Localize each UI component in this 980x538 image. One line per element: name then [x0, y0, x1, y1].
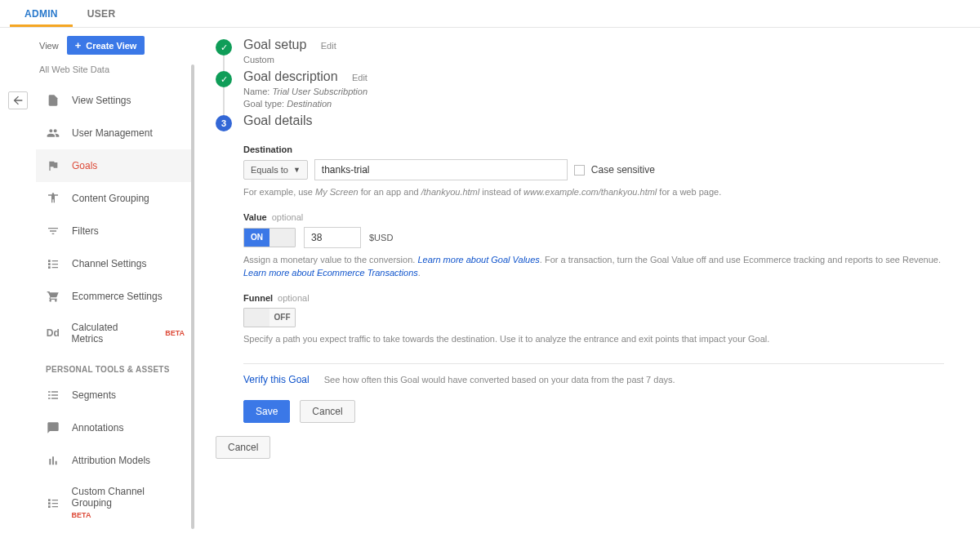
check-icon: ✓	[216, 39, 232, 56]
case-sensitive-checkbox[interactable]	[574, 165, 585, 176]
funnel-label: Funneloptional	[243, 293, 944, 303]
sidebar: View + Create View All Web Site Data Vie…	[36, 28, 191, 538]
flag-icon	[46, 158, 60, 173]
step-title: Goal details	[243, 113, 313, 127]
toggle-handle	[270, 229, 295, 247]
file-icon	[46, 93, 60, 108]
nav-label: Attribution Models	[72, 455, 150, 466]
nav-filters[interactable]: Filters	[36, 215, 191, 247]
top-tabs: ADMIN USER	[0, 0, 980, 28]
step-number-icon: 3	[216, 115, 232, 131]
nav-custom-alerts[interactable]: Custom Alerts	[36, 529, 191, 538]
currency-label: $USD	[369, 233, 393, 242]
value-toggle[interactable]: ON	[243, 228, 296, 247]
nav-attribution-models[interactable]: Attribution Models	[36, 444, 191, 477]
people-icon	[46, 126, 60, 140]
toggle-on-label: ON	[244, 229, 270, 247]
step-name-row: Name: Trial User Subscribption	[243, 87, 368, 96]
toggle-off-label: OFF	[270, 309, 295, 327]
tab-admin[interactable]: ADMIN	[10, 0, 73, 27]
step-goal-details: 3 Goal details	[216, 113, 944, 131]
ecommerce-link[interactable]: Learn more about Ecommerce Transactions	[243, 268, 418, 278]
channel-icon	[46, 496, 60, 510]
funnel-toggle[interactable]: OFF	[243, 308, 296, 327]
destination-input[interactable]	[314, 159, 568, 180]
nav-custom-channel-grouping[interactable]: Custom Channel Grouping BETA	[36, 477, 191, 529]
step-title: Goal setup	[243, 38, 306, 51]
funnel-help: Specify a path you expect traffic to tak…	[243, 332, 944, 346]
create-view-button[interactable]: + Create View	[67, 36, 145, 55]
nav-ecommerce-settings[interactable]: Ecommerce Settings	[36, 280, 191, 313]
tab-user[interactable]: USER	[73, 0, 131, 27]
toggle-handle	[244, 309, 270, 327]
edit-link[interactable]: Edit	[352, 73, 368, 82]
back-button[interactable]	[8, 91, 28, 109]
nav-label: User Management	[72, 127, 153, 139]
case-sensitive-label: Case sensitive	[591, 164, 655, 176]
plus-icon: +	[75, 40, 82, 51]
nav-label: View Settings	[72, 95, 131, 106]
beta-badge: BETA	[72, 511, 91, 519]
value-label: Valueoptional	[243, 212, 944, 222]
comment-icon	[46, 420, 60, 435]
nav-label: Goals	[72, 160, 97, 171]
destination-help: For example, use My Screen for an app an…	[243, 185, 944, 199]
verify-goal-link[interactable]: Verify this Goal	[243, 374, 310, 385]
value-input[interactable]	[304, 227, 361, 248]
step-subtext: Custom	[243, 55, 336, 64]
nav-label: Custom Channel Grouping	[72, 486, 185, 509]
verify-text: See how often this Goal would have conve…	[324, 375, 675, 385]
filter-icon	[46, 224, 60, 238]
personal-tools-header: PERSONAL TOOLS & ASSETS	[36, 353, 191, 379]
step-title: Goal description	[243, 69, 338, 83]
nav-label: Content Grouping	[72, 193, 149, 204]
goal-values-link[interactable]: Learn more about Goal Values	[417, 255, 539, 265]
accessibility-icon	[46, 191, 60, 206]
nav-label: Filters	[72, 225, 99, 237]
channel-icon	[46, 256, 60, 271]
create-view-label: Create View	[86, 41, 136, 51]
nav-calculated-metrics[interactable]: Dd Calculated Metrics BETA	[36, 313, 191, 353]
main-content: ✓ Goal setup Edit Custom ✓ Goal descript…	[196, 28, 980, 538]
destination-label: Destination	[243, 145, 944, 154]
nav-annotations[interactable]: Annotations	[36, 411, 191, 444]
value-help: Assign a monetary value to the conversio…	[243, 253, 944, 280]
chart-icon	[46, 453, 60, 468]
match-type-dropdown[interactable]: Equals to ▼	[243, 160, 308, 180]
back-column	[0, 28, 36, 538]
nav-label: Channel Settings	[72, 258, 146, 269]
nav-channel-settings[interactable]: Channel Settings	[36, 247, 191, 280]
nav-label: Calculated Metrics	[72, 322, 151, 345]
step-goal-description: ✓ Goal description Edit Name: Trial User…	[216, 69, 944, 109]
scrollbar[interactable]	[191, 28, 196, 538]
all-website-data[interactable]: All Web Site Data	[36, 60, 191, 84]
nav-goals[interactable]: Goals	[36, 149, 191, 182]
edit-link[interactable]: Edit	[321, 41, 336, 51]
view-label: View	[39, 41, 59, 51]
beta-badge: BETA	[165, 329, 185, 337]
step-goal-setup: ✓ Goal setup Edit Custom	[216, 38, 944, 64]
nav-view-settings[interactable]: View Settings	[36, 84, 191, 117]
nav-label: Annotations	[72, 422, 123, 434]
nav-user-management[interactable]: User Management	[36, 117, 191, 149]
outer-cancel-button[interactable]: Cancel	[216, 436, 270, 459]
arrow-left-icon	[11, 94, 24, 107]
divider	[243, 363, 944, 364]
cancel-button[interactable]: Cancel	[300, 400, 354, 423]
nav-label: Segments	[72, 389, 116, 401]
nav-segments[interactable]: Segments	[36, 379, 191, 411]
step-type-row: Goal type: Destination	[243, 99, 368, 109]
nav-label: Ecommerce Settings	[72, 291, 163, 302]
dd-icon: Dd	[46, 326, 60, 340]
cart-icon	[46, 289, 60, 304]
check-icon: ✓	[216, 71, 232, 87]
chevron-down-icon: ▼	[293, 166, 301, 174]
nav-content-grouping[interactable]: Content Grouping	[36, 182, 191, 215]
save-button[interactable]: Save	[243, 400, 290, 423]
segments-icon	[46, 388, 60, 402]
